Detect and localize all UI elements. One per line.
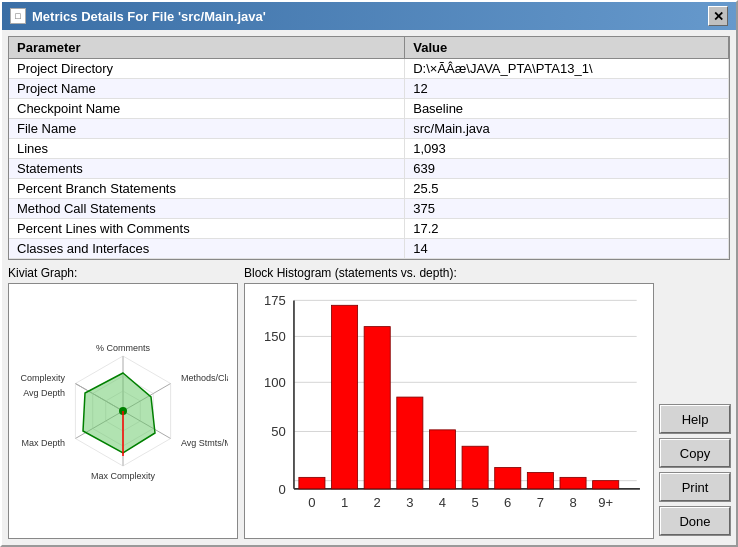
param-cell: Lines <box>9 139 405 159</box>
histogram-canvas: 175 150 100 50 0 <box>244 283 654 539</box>
svg-rect-37 <box>462 446 488 489</box>
table-row: Checkpoint NameBaseline <box>9 99 729 119</box>
value-cell: 1,093 <box>405 139 729 159</box>
svg-text:Max Depth: Max Depth <box>21 438 65 448</box>
window-icon: □ <box>10 8 26 24</box>
svg-text:% Comments: % Comments <box>96 343 151 353</box>
svg-text:Avg Complexity: Avg Complexity <box>18 373 65 383</box>
bottom-section: Kiviat Graph: <box>8 266 730 539</box>
histogram-label: Block Histogram (statements vs. depth): <box>244 266 654 280</box>
svg-marker-10 <box>83 373 155 453</box>
title-bar: □ Metrics Details For File 'src/Main.jav… <box>2 2 736 30</box>
table-row: Project Name12 <box>9 79 729 99</box>
param-cell: Statements <box>9 159 405 179</box>
svg-rect-34 <box>364 327 390 489</box>
buttons-panel: Help Copy Print Done <box>660 266 730 539</box>
table-row: Statements639 <box>9 159 729 179</box>
svg-text:2: 2 <box>374 495 381 510</box>
svg-text:50: 50 <box>271 424 286 439</box>
copy-button[interactable]: Copy <box>660 439 730 467</box>
table-row: File Namesrc/Main.java <box>9 119 729 139</box>
param-cell: Percent Lines with Comments <box>9 219 405 239</box>
kiviat-panel: Kiviat Graph: <box>8 266 238 539</box>
value-cell: Baseline <box>405 99 729 119</box>
svg-rect-32 <box>299 477 325 488</box>
value-cell: 375 <box>405 199 729 219</box>
kiviat-label: Kiviat Graph: <box>8 266 238 280</box>
svg-rect-41 <box>593 481 619 489</box>
window-title: Metrics Details For File 'src/Main.java' <box>32 9 266 24</box>
param-cell: Method Call Statements <box>9 199 405 219</box>
svg-text:5: 5 <box>471 495 478 510</box>
svg-text:175: 175 <box>264 293 286 308</box>
svg-text:0: 0 <box>308 495 315 510</box>
svg-text:0: 0 <box>279 482 286 497</box>
svg-text:4: 4 <box>439 495 446 510</box>
col-header-value: Value <box>405 37 729 59</box>
value-cell: D:\×ÃÂæ\JAVA_PTA\PTA13_1\ <box>405 59 729 79</box>
svg-rect-36 <box>429 430 455 489</box>
param-cell: Checkpoint Name <box>9 99 405 119</box>
value-cell: 14 <box>405 239 729 259</box>
svg-text:9+: 9+ <box>598 495 613 510</box>
help-button[interactable]: Help <box>660 405 730 433</box>
svg-text:150: 150 <box>264 329 286 344</box>
svg-text:3: 3 <box>406 495 413 510</box>
print-button[interactable]: Print <box>660 473 730 501</box>
window-content: Parameter Value Project DirectoryD:\×ÃÂæ… <box>2 30 736 545</box>
param-cell: Project Directory <box>9 59 405 79</box>
svg-rect-40 <box>560 477 586 488</box>
main-window: □ Metrics Details For File 'src/Main.jav… <box>0 0 738 547</box>
svg-text:Max Complexity: Max Complexity <box>91 471 156 481</box>
title-bar-left: □ Metrics Details For File 'src/Main.jav… <box>10 8 266 24</box>
svg-text:8: 8 <box>569 495 576 510</box>
svg-rect-38 <box>495 468 521 489</box>
svg-rect-35 <box>397 397 423 489</box>
svg-text:1: 1 <box>341 495 348 510</box>
svg-rect-39 <box>527 472 553 488</box>
value-cell: 17.2 <box>405 219 729 239</box>
close-button[interactable]: ✕ <box>708 6 728 26</box>
svg-text:Avg Depth: Avg Depth <box>23 388 65 398</box>
param-cell: File Name <box>9 119 405 139</box>
col-header-parameter: Parameter <box>9 37 405 59</box>
table-row: Percent Branch Statements25.5 <box>9 179 729 199</box>
svg-text:6: 6 <box>504 495 511 510</box>
table-row: Method Call Statements375 <box>9 199 729 219</box>
svg-text:Methods/Class: Methods/Class <box>181 373 228 383</box>
value-cell: 12 <box>405 79 729 99</box>
svg-text:100: 100 <box>264 375 286 390</box>
svg-text:7: 7 <box>537 495 544 510</box>
table-row: Classes and Interfaces14 <box>9 239 729 259</box>
param-cell: Percent Branch Statements <box>9 179 405 199</box>
value-cell: 25.5 <box>405 179 729 199</box>
value-cell: src/Main.java <box>405 119 729 139</box>
metrics-table-container[interactable]: Parameter Value Project DirectoryD:\×ÃÂæ… <box>8 36 730 260</box>
kiviat-canvas: % Comments Methods/Class Avg Stmts/Metho… <box>8 283 238 539</box>
histogram-panel: Block Histogram (statements vs. depth): <box>244 266 654 539</box>
table-row: Percent Lines with Comments17.2 <box>9 219 729 239</box>
table-row: Project DirectoryD:\×ÃÂæ\JAVA_PTA\PTA13_… <box>9 59 729 79</box>
done-button[interactable]: Done <box>660 507 730 535</box>
table-row: Lines1,093 <box>9 139 729 159</box>
value-cell: 639 <box>405 159 729 179</box>
param-cell: Classes and Interfaces <box>9 239 405 259</box>
metrics-table: Parameter Value Project DirectoryD:\×ÃÂæ… <box>9 37 729 259</box>
svg-rect-33 <box>331 305 357 489</box>
svg-text:Avg Stmts/Method: Avg Stmts/Method <box>181 438 228 448</box>
param-cell: Project Name <box>9 79 405 99</box>
